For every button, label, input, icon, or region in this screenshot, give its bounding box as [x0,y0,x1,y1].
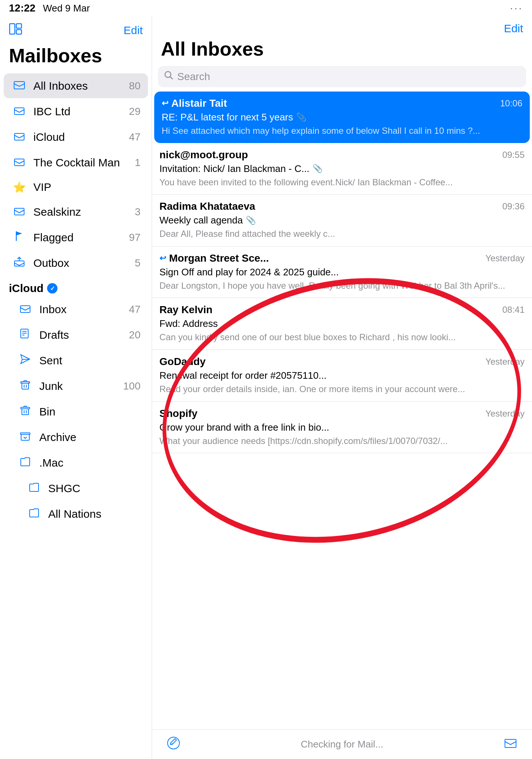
status-bar: 12:22 Wed 9 Mar ··· [0,0,532,16]
search-placeholder: Search [177,71,210,83]
icloud-drafts-count: 20 [129,329,141,341]
flagged-label: Flagged [33,231,129,244]
email-preview-6: Read your order details inside, ian. One… [159,383,525,395]
mailbox-item-cocktail-man[interactable]: The Cocktail Man 1 [4,150,148,175]
inbox-header: Edit [152,16,532,38]
email-sender-3: Radima Khatataeva [159,200,255,212]
email-item-2[interactable]: nick@moot.group 09:55 Invitation: Nick/ … [152,143,532,195]
email-subject-4: Sign Off and play for 2024 & 2025 guide.… [159,266,525,278]
email-preview-3: Dear All, Please find attached the weekl… [159,228,525,240]
svg-rect-20 [505,739,516,748]
icloud-folder-list: Inbox 47 Drafts 20 [0,296,152,527]
attach-icon-2: 📎 [313,164,323,173]
reply-icon-1: ↩ [162,99,168,108]
mailbox-list: All Inboxes 80 IBC Ltd 29 [0,73,152,276]
inbox-title: All Inboxes [152,38,532,66]
outbox-label: Outbox [33,257,135,269]
svg-rect-0 [10,24,15,34]
sealskinz-icon [11,205,27,219]
status-date: Wed 9 Mar [43,3,90,14]
icloud-inbox-label: Inbox [39,303,129,316]
email-time-6: Yesterday [485,357,525,367]
svg-rect-1 [16,24,22,28]
vip-icon: ⭐ [11,181,27,193]
icloud-label: iCloud [33,131,129,143]
bottom-bar: Checking for Mail... [152,729,532,759]
icloud-all-nations[interactable]: All Nations [4,501,148,526]
email-item-6[interactable]: GoDaddy Yesterday Renewal receipt for or… [152,350,532,402]
icloud-mac[interactable]: .Mac [4,450,148,475]
icloud-mac-icon [17,455,33,470]
email-list: ↩ Alistair Tait 10:06 RE: P&L latest for… [152,92,532,453]
email-item-3[interactable]: Radima Khatataeva 09:36 Weekly call agen… [152,195,532,246]
ibc-ltd-label: IBC Ltd [33,105,129,118]
icloud-sent[interactable]: Sent [4,348,148,373]
all-inboxes-icon [11,79,27,93]
email-subject-6: Renewal receipt for order #20575110... [159,370,525,381]
icloud-bin-label: Bin [39,405,141,418]
icloud-junk-icon [17,379,33,393]
sidebar-header: Edit [0,16,152,42]
cocktail-man-icon [11,155,27,170]
mailbox-item-ibc-ltd[interactable]: IBC Ltd 29 [4,99,148,124]
email-item-5[interactable]: Ray Kelvin 08:41 Fwd: Address Can you ki… [152,298,532,350]
email-item-4[interactable]: ↩ Morgan Street Sce... Yesterday Sign Of… [152,246,532,298]
icloud-inbox-count: 47 [129,304,141,315]
all-inboxes-label: All Inboxes [33,80,129,92]
icloud-bin[interactable]: Bin [4,399,148,424]
all-inboxes-count: 80 [129,80,141,92]
email-preview-4: Dear Longston, I hope you have well. Rea… [159,279,525,292]
svg-rect-5 [14,133,24,140]
mailbox-icon-bottom[interactable] [504,736,517,753]
email-item-1[interactable]: ↩ Alistair Tait 10:06 RE: P&L latest for… [154,92,530,143]
main-container: Edit Mailboxes All Inboxes 80 [0,16,532,759]
flagged-count: 97 [129,232,141,243]
icloud-inbox[interactable]: Inbox 47 [4,297,148,322]
icloud-archive-icon [17,430,33,444]
cocktail-man-count: 1 [135,157,141,169]
email-preview-2: You have been invited to the following e… [159,176,525,189]
icloud-shgc-icon [26,481,42,495]
attach-icon-3: 📎 [246,216,256,225]
icloud-junk[interactable]: Junk 100 [4,374,148,398]
icloud-junk-label: Junk [39,380,123,392]
mailbox-item-icloud[interactable]: iCloud 47 [4,125,148,149]
mailbox-item-all-inboxes[interactable]: All Inboxes 80 [4,73,148,98]
compose-icon[interactable] [167,736,180,753]
icloud-section-label: iCloud [9,282,43,295]
inbox-panel: Edit All Inboxes Search ↩ [152,16,532,759]
status-time: 12:22 [9,2,36,14]
email-preview-5: Can you kindly send one of our best blue… [159,331,525,344]
icloud-drafts[interactable]: Drafts 20 [4,322,148,347]
svg-rect-12 [22,383,29,389]
mailbox-item-vip[interactable]: ⭐ VIP [4,176,148,199]
email-list-wrapper: ↩ Alistair Tait 10:06 RE: P&L latest for… [152,92,532,729]
outbox-count: 5 [135,257,141,269]
mailbox-item-sealskinz[interactable]: Sealskinz 3 [4,199,148,224]
ibc-ltd-count: 29 [129,106,141,117]
sidebar-edit-button[interactable]: Edit [123,24,143,37]
email-subject-2: Invitation: Nick/ Ian Blackman - C... 📎 [159,163,525,175]
ibc-ltd-icon [11,104,27,119]
svg-rect-14 [22,409,29,415]
icloud-shgc[interactable]: SHGC [4,476,148,501]
email-time-7: Yesterday [485,408,525,419]
inbox-edit-button[interactable]: Edit [504,22,523,35]
svg-rect-7 [14,208,24,215]
email-sender-4: ↩ Morgan Street Sce... [159,252,269,264]
mailbox-item-outbox[interactable]: Outbox 5 [4,251,148,275]
sidebar-title: Mailboxes [0,42,152,73]
mailbox-item-flagged[interactable]: Flagged 97 [4,225,148,250]
icloud-drafts-icon [17,328,33,342]
search-bar[interactable]: Search [158,66,526,87]
email-item-7[interactable]: Shopify Yesterday Grow your brand with a… [152,402,532,454]
email-sender-1: ↩ Alistair Tait [162,97,227,109]
icloud-all-nations-icon [26,507,42,521]
icloud-archive-label: Archive [39,431,141,444]
icloud-check-icon: ✓ [47,283,57,294]
email-preview-1: Hi See attached which may help explain s… [162,125,522,137]
search-icon [164,70,174,83]
email-subject-5: Fwd: Address [159,318,525,329]
flagged-icon [11,230,27,245]
icloud-archive[interactable]: Archive [4,425,148,450]
